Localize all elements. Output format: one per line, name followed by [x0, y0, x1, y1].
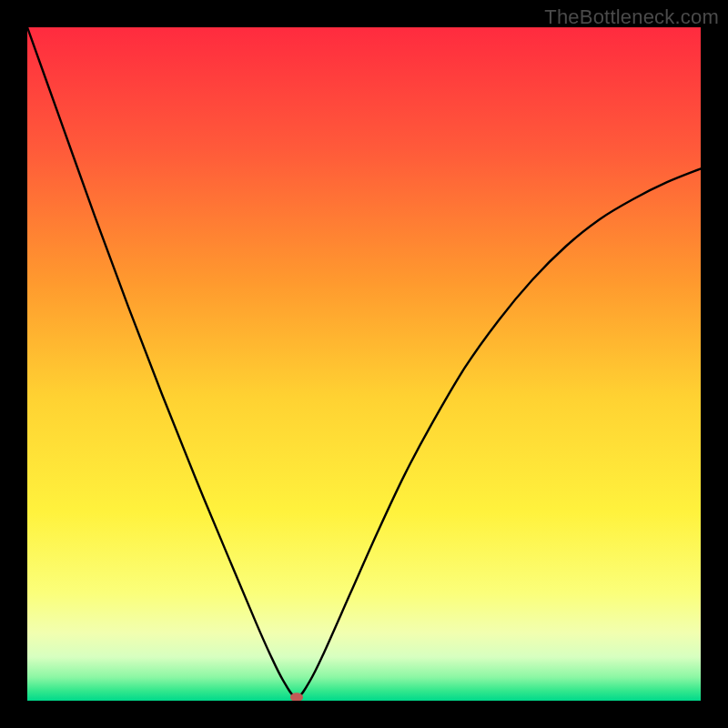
- watermark-text: TheBottleneck.com: [544, 5, 719, 29]
- plot-area: [27, 27, 701, 701]
- chart-frame: TheBottleneck.com: [0, 0, 728, 728]
- chart-svg: [27, 27, 701, 701]
- chart-background: [27, 27, 701, 701]
